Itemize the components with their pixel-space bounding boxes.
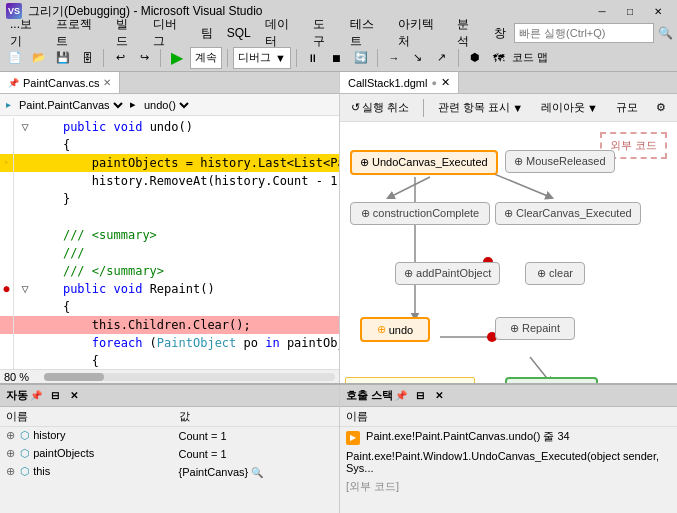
auto-panel: 자동 📌 ⊟ ✕ 이름 값 bbox=[0, 385, 340, 513]
save-btn[interactable]: 💾 bbox=[52, 47, 74, 69]
code-text-14: { bbox=[32, 352, 335, 369]
line-margin-11 bbox=[0, 298, 14, 316]
expand-this-icon[interactable]: ⊕ bbox=[6, 465, 15, 477]
undo-btn[interactable]: ↩ bbox=[109, 47, 131, 69]
step-out-btn[interactable]: ↗ bbox=[431, 47, 453, 69]
code-tab-paintcanvas[interactable]: 📌 PaintCanvas.cs ✕ bbox=[0, 72, 120, 93]
codemap-btn[interactable]: 🗺 bbox=[488, 47, 510, 69]
save-all-btn[interactable]: 🗄 bbox=[76, 47, 98, 69]
stop-btn[interactable]: ⏹ bbox=[326, 47, 348, 69]
this-value: {PaintCanvas} bbox=[179, 466, 249, 478]
code-line-5: } bbox=[0, 190, 339, 208]
call-content: 외부 코드 bbox=[340, 122, 677, 383]
node-paintobjects[interactable]: ✓ paintObjects bbox=[505, 377, 598, 383]
call-tab-dgml[interactable]: CallStack1.dgml ● ✕ bbox=[340, 72, 459, 93]
toolbar-sep-2 bbox=[160, 49, 161, 67]
menu-window[interactable]: 창 bbox=[488, 23, 512, 44]
line-margin-13 bbox=[0, 334, 14, 352]
hex-btn[interactable]: ⬢ bbox=[464, 47, 486, 69]
expand-history-icon[interactable]: ⊕ bbox=[6, 429, 15, 441]
menu-team[interactable]: 팀 bbox=[195, 23, 219, 44]
collapse-4 bbox=[18, 172, 32, 190]
collapse-12 bbox=[18, 316, 32, 334]
line-margin-12 bbox=[0, 316, 14, 334]
history-type-icon: ⬡ bbox=[20, 429, 30, 441]
pause-btn[interactable]: ⏸ bbox=[302, 47, 324, 69]
auto-close-btn[interactable]: ✕ bbox=[66, 388, 82, 404]
settings-btn[interactable]: ⚙ bbox=[649, 98, 673, 117]
close-button[interactable]: ✕ bbox=[645, 2, 671, 20]
node-repaint[interactable]: ⊕ Repaint bbox=[495, 317, 575, 340]
code-line-8: /// bbox=[0, 244, 339, 262]
callstack-float-btn[interactable]: ⊟ bbox=[412, 388, 428, 404]
callstack-pin-btn[interactable]: 📌 bbox=[393, 388, 409, 404]
this-type-icon: ⬡ bbox=[20, 465, 30, 477]
layout-btn[interactable]: 레이아웃 ▼ bbox=[534, 97, 605, 118]
refresh-btn[interactable]: ↺ 실행 취소 bbox=[344, 97, 416, 118]
zoom-btn[interactable]: 규모 bbox=[609, 97, 645, 118]
debug-config-dropdown[interactable]: 계속 bbox=[190, 47, 222, 69]
cs-icon-1: ▶ bbox=[346, 431, 360, 445]
close-tab-icon[interactable]: ✕ bbox=[103, 77, 111, 88]
cs-text-1: Paint.exe!Paint.PaintCanvas.undo() 줄 34 bbox=[366, 430, 570, 442]
code-line-10: ● ▽ public void Repaint() bbox=[0, 280, 339, 298]
callstack-row-2[interactable]: Paint.exe!Paint.Window1.UndoCanvas_Execu… bbox=[340, 447, 677, 476]
debug-mode-dropdown[interactable]: 디버그 ▼ bbox=[233, 47, 291, 69]
redo-btn[interactable]: ↪ bbox=[133, 47, 155, 69]
collapse-10[interactable]: ▽ bbox=[18, 280, 32, 298]
minimize-button[interactable]: ─ bbox=[589, 2, 615, 20]
callstack-row-1[interactable]: ▶ Paint.exe!Paint.PaintCanvas.undo() 줄 3… bbox=[340, 427, 677, 448]
callstack-row-3[interactable]: [외부 코드] bbox=[340, 476, 677, 496]
callstack-close-btn[interactable]: ✕ bbox=[431, 388, 447, 404]
line-margin-1 bbox=[0, 118, 14, 136]
search-icon-inline[interactable]: 🔍 bbox=[251, 467, 263, 478]
node-clearcanvas[interactable]: ⊕ ClearCanvas_Executed bbox=[495, 202, 641, 225]
code-text-2: { bbox=[32, 136, 335, 154]
maximize-button[interactable]: □ bbox=[617, 2, 643, 20]
node-addpaintobject[interactable]: ⊕ addPaintObject bbox=[395, 262, 500, 285]
dgml-tab-label: CallStack1.dgml bbox=[348, 77, 427, 89]
search-icon: 🔍 bbox=[658, 26, 673, 40]
restart-btn[interactable]: 🔄 bbox=[350, 47, 372, 69]
node-mousereleased[interactable]: ⊕ MouseReleased bbox=[505, 150, 615, 173]
collapse-8 bbox=[18, 244, 32, 262]
code-editor[interactable]: ▽ public void undo() { ➤ paintObjects = … bbox=[0, 116, 339, 369]
show-related-btn[interactable]: 관련 항목 표시 ▼ bbox=[431, 97, 530, 118]
continue-btn[interactable]: ▶ bbox=[166, 47, 188, 69]
cs-text-3: [외부 코드] bbox=[346, 480, 399, 492]
code-text-10: public void Repaint() bbox=[32, 280, 335, 298]
code-text-1: public void undo() bbox=[32, 118, 335, 136]
auto-panel-icons: 📌 ⊟ ✕ bbox=[28, 388, 82, 404]
pin-icon: 📌 bbox=[8, 78, 19, 88]
menu-sql[interactable]: SQL bbox=[221, 24, 257, 42]
code-text-5: } bbox=[32, 190, 335, 208]
code-text-4: history.RemoveAt(history.Count - 1); bbox=[32, 172, 339, 190]
node-undo[interactable]: ⊕ undo bbox=[360, 317, 430, 342]
code-line-6 bbox=[0, 208, 339, 226]
scrollbar-thumb[interactable] bbox=[44, 373, 104, 381]
line-margin-2 bbox=[0, 136, 14, 154]
code-panel: 📌 PaintCanvas.cs ✕ ▸ Paint.PaintCanvas ▸… bbox=[0, 72, 340, 383]
open-btn[interactable]: 📂 bbox=[28, 47, 50, 69]
h-scrollbar[interactable]: 80 % bbox=[0, 369, 339, 383]
close-dgml-icon[interactable]: ✕ bbox=[441, 76, 450, 89]
new-project-btn[interactable]: 📄 bbox=[4, 47, 26, 69]
line-margin-6 bbox=[0, 208, 14, 226]
class-selector[interactable]: Paint.PaintCanvas bbox=[15, 98, 126, 112]
this-name: this bbox=[33, 465, 50, 477]
auto-float-btn[interactable]: ⊟ bbox=[47, 388, 63, 404]
expand-paintobjects-icon[interactable]: ⊕ bbox=[6, 447, 15, 459]
node-undocanvas[interactable]: ⊕ UndoCanvas_Executed bbox=[350, 150, 498, 175]
quick-launch-input[interactable] bbox=[514, 23, 654, 43]
call-toolbar: ↺ 실행 취소 관련 항목 표시 ▼ 레이아웃 ▼ 규모 ⚙ bbox=[340, 94, 677, 122]
node-constructioncomplete[interactable]: ⊕ constructionComplete bbox=[350, 202, 490, 225]
node-clear[interactable]: ⊕ clear bbox=[525, 262, 585, 285]
auto-pin-btn[interactable]: 📌 bbox=[28, 388, 44, 404]
step-into-btn[interactable]: ↘ bbox=[407, 47, 429, 69]
scrollbar-track[interactable] bbox=[44, 373, 335, 381]
step-over-btn[interactable]: → bbox=[383, 47, 405, 69]
method-selector[interactable]: undo() bbox=[140, 98, 192, 112]
collapse-1[interactable]: ▽ bbox=[18, 118, 32, 136]
auto-col-value: 값 bbox=[173, 407, 340, 427]
paintobjects-value: Count = 1 bbox=[173, 445, 340, 463]
